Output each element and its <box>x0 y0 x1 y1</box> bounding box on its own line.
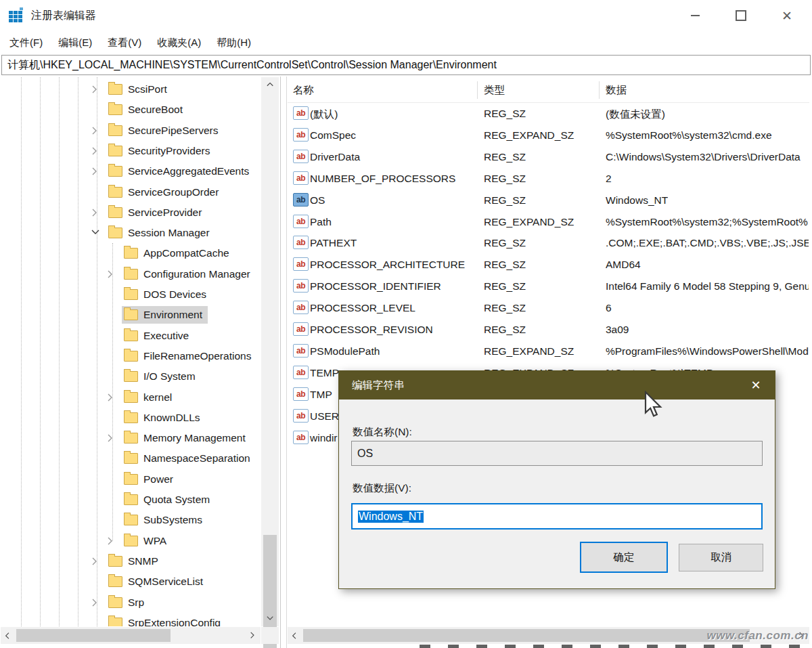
tree-item-body[interactable]: Configuration Manager <box>122 265 256 283</box>
dialog-title-bar[interactable]: 编辑字符串 ✕ <box>339 371 775 399</box>
tree-item-filerenameoperations[interactable]: FileRenameOperations <box>1 346 261 366</box>
close-button[interactable]: ✕ <box>771 0 803 31</box>
tree-item-body[interactable]: I/O System <box>122 368 201 385</box>
tree-item-srpextensionconfig[interactable]: SrpExtensionConfig <box>1 613 261 626</box>
list-hscroll-thumb[interactable] <box>303 629 750 642</box>
tree-item-body[interactable]: SecurePipeServers <box>106 122 224 139</box>
tree-item-body[interactable]: SecurityProviders <box>106 142 215 160</box>
tree-item-body[interactable]: SNMP <box>106 553 164 570</box>
collapsed-chevron-icon[interactable] <box>91 85 100 97</box>
tree-item-snmp[interactable]: SNMP <box>1 551 261 571</box>
registry-row-processor-architecture[interactable]: abPROCESSOR_ARCHITECTUREREG_SZAMD64 <box>288 254 809 276</box>
tree-item-i-o-system[interactable]: I/O System <box>1 366 261 387</box>
tree-item-body[interactable]: DOS Devices <box>122 286 212 303</box>
tree-item-body[interactable]: Power <box>122 471 179 488</box>
tree-item-body[interactable]: NamespaceSeparation <box>122 450 256 467</box>
tree-item-power[interactable]: Power <box>1 469 261 490</box>
scroll-down-arrow-icon[interactable] <box>261 611 279 626</box>
scroll-left-arrow-icon[interactable] <box>288 627 302 644</box>
tree-item-body[interactable]: FileRenameOperations <box>122 347 256 365</box>
tree-item-executive[interactable]: Executive <box>1 326 261 346</box>
tree-item-servicegrouporder[interactable]: ServiceGroupOrder <box>1 182 261 202</box>
registry-row-processor-level[interactable]: abPROCESSOR_LEVELREG_SZ6 <box>288 297 809 319</box>
tree-item-body[interactable]: WPA <box>122 532 172 550</box>
tree-item-dos-devices[interactable]: DOS Devices <box>1 284 261 305</box>
tree-item-appcompatcache[interactable]: AppCompatCache <box>1 243 261 263</box>
collapsed-chevron-icon[interactable] <box>91 146 100 158</box>
tree-item-securepipeservers[interactable]: SecurePipeServers <box>1 121 261 141</box>
column-header-data[interactable]: 数据 <box>606 83 627 98</box>
ok-button[interactable]: 确定 <box>580 542 668 573</box>
registry-row-number-of-processors[interactable]: abNUMBER_OF_PROCESSORSREG_SZ2 <box>288 168 809 190</box>
tree-item-body[interactable]: ScsiPort <box>106 81 173 98</box>
registry-row-comspec[interactable]: abComSpecREG_EXPAND_SZ%SystemRoot%\syste… <box>288 125 809 146</box>
scroll-right-arrow-icon[interactable] <box>246 627 261 644</box>
scroll-up-arrow-icon[interactable] <box>261 77 279 92</box>
collapsed-chevron-icon[interactable] <box>91 208 100 220</box>
collapsed-chevron-icon[interactable] <box>107 536 116 548</box>
tree-item-body[interactable]: Environment <box>122 306 208 324</box>
registry-row-os[interactable]: abOSREG_SZWindows_NT <box>288 190 809 211</box>
tree-item-securityproviders[interactable]: SecurityProviders <box>1 141 261 161</box>
collapsed-chevron-icon[interactable] <box>107 433 116 446</box>
collapsed-chevron-icon[interactable] <box>107 393 116 405</box>
tree-horizontal-scrollbar[interactable] <box>1 627 261 644</box>
column-header-type[interactable]: 类型 <box>484 83 505 98</box>
tree-item-body[interactable]: ServiceAggregatedEvents <box>106 163 254 180</box>
tree-item-wpa[interactable]: WPA <box>1 531 261 551</box>
tree-item-namespaceseparation[interactable]: NamespaceSeparation <box>1 448 261 469</box>
tree-item-body[interactable]: Srp <box>106 594 150 611</box>
tree-item-body[interactable]: SQMServiceList <box>106 573 208 590</box>
tree-item-environment[interactable]: Environment <box>1 305 261 325</box>
tree-item-secureboot[interactable]: SecureBoot <box>1 100 261 120</box>
tree-item-body[interactable]: ServiceGroupOrder <box>106 183 224 201</box>
tree-item-body[interactable]: Quota System <box>122 491 215 509</box>
tree-item-serviceprovider[interactable]: ServiceProvider <box>1 202 261 223</box>
menu-item-收藏夹-a[interactable]: 收藏夹(A) <box>157 37 201 49</box>
registry-row-processor-revision[interactable]: abPROCESSOR_REVISIONREG_SZ3a09 <box>288 319 809 341</box>
column-separator[interactable] <box>477 81 478 99</box>
expanded-chevron-icon[interactable] <box>91 228 100 240</box>
menu-item-查看-v[interactable]: 查看(V) <box>108 37 141 49</box>
collapsed-chevron-icon[interactable] <box>91 598 100 610</box>
collapsed-chevron-icon[interactable] <box>91 167 100 179</box>
maximize-button[interactable] <box>725 0 757 31</box>
tree-item-body[interactable]: KnownDLLs <box>122 409 206 427</box>
registry-row-pathext[interactable]: abPATHEXTREG_SZ.COM;.EXE;.BAT;.CMD;.VBS;… <box>288 232 809 254</box>
tree-item-memory-management[interactable]: Memory Management <box>1 428 261 448</box>
tree-item-sqmservicelist[interactable]: SQMServiceList <box>1 571 261 592</box>
address-bar-input[interactable] <box>1 55 811 75</box>
tree-item-body[interactable]: ServiceProvider <box>106 204 207 221</box>
minimize-button[interactable] <box>679 0 710 31</box>
value-data-field[interactable]: Windows_NT <box>351 503 763 530</box>
tree-item-knowndlls[interactable]: KnownDLLs <box>1 408 261 428</box>
scroll-left-arrow-icon[interactable] <box>1 627 16 644</box>
tree-item-body[interactable]: Memory Management <box>122 429 251 447</box>
menu-item-帮助-h[interactable]: 帮助(H) <box>217 37 251 49</box>
collapsed-chevron-icon[interactable] <box>91 126 100 138</box>
tree-hscroll-thumb[interactable] <box>16 629 171 642</box>
value-name-field[interactable]: OS <box>351 441 763 466</box>
dialog-close-button[interactable]: ✕ <box>748 377 764 393</box>
collapsed-chevron-icon[interactable] <box>107 269 116 282</box>
tree-item-configuration-manager[interactable]: Configuration Manager <box>1 264 261 284</box>
panel-divider[interactable] <box>280 77 281 648</box>
registry-row-默认[interactable]: ab(默认)REG_SZ(数值未设置) <box>288 103 809 125</box>
registry-row-driverdata[interactable]: abDriverDataREG_SZC:\Windows\System32\Dr… <box>288 146 809 168</box>
registry-row-path[interactable]: abPathREG_EXPAND_SZ%SystemRoot%\system32… <box>288 211 809 233</box>
column-header-name[interactable]: 名称 <box>293 83 314 98</box>
menu-item-编辑-e[interactable]: 编辑(E) <box>58 37 92 49</box>
tree-item-body[interactable]: kernel <box>122 389 177 406</box>
tree-item-quota-system[interactable]: Quota System <box>1 490 261 510</box>
tree-item-kernel[interactable]: kernel <box>1 387 261 408</box>
tree-vertical-scrollbar[interactable] <box>261 77 279 626</box>
collapsed-chevron-icon[interactable] <box>91 557 100 569</box>
tree-item-serviceaggregatedevents[interactable]: ServiceAggregatedEvents <box>1 161 261 181</box>
tree-item-body[interactable]: Session Manager <box>106 224 215 242</box>
tree-item-body[interactable]: SubSystems <box>122 511 208 529</box>
tree-item-body[interactable]: SecureBoot <box>106 101 188 118</box>
tree-item-srp[interactable]: Srp <box>1 592 261 613</box>
tree-item-body[interactable]: SrpExtensionConfig <box>106 614 226 626</box>
column-separator[interactable] <box>599 81 600 99</box>
menu-item-文件-f[interactable]: 文件(F) <box>9 37 43 49</box>
